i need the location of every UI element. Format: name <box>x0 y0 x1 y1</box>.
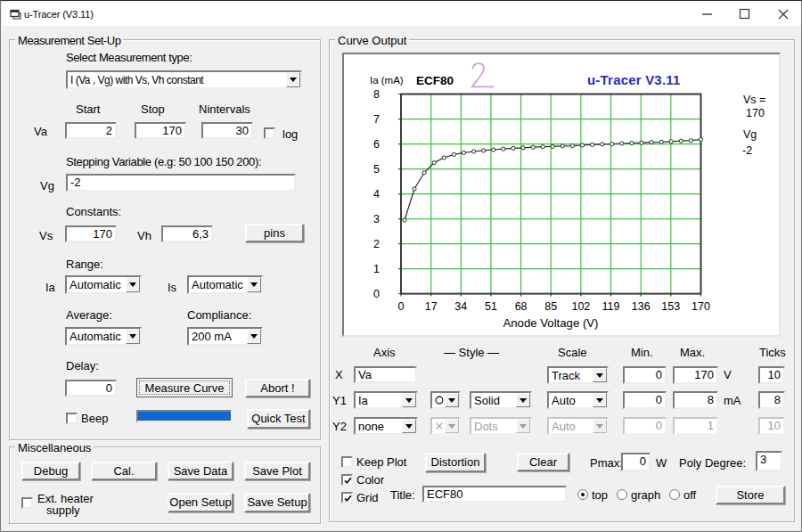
svg-text:4: 4 <box>373 188 380 201</box>
svg-text:-2: -2 <box>742 144 752 157</box>
svg-text:2: 2 <box>373 238 380 250</box>
svg-text:102: 102 <box>571 300 590 313</box>
svg-text:34: 34 <box>454 300 467 313</box>
svg-text:17: 17 <box>425 300 438 313</box>
svg-text:136: 136 <box>632 300 651 313</box>
svg-text:ECF80: ECF80 <box>416 74 454 87</box>
svg-text:Ia (mA): Ia (mA) <box>370 75 404 86</box>
svg-text:u-Tracer V3.11: u-Tracer V3.11 <box>587 72 681 87</box>
svg-text:3: 3 <box>373 213 380 225</box>
svg-text:7: 7 <box>373 113 380 126</box>
svg-text:119: 119 <box>602 300 620 313</box>
svg-text:51: 51 <box>485 300 497 313</box>
svg-text:Vg: Vg <box>743 128 757 141</box>
svg-text:0: 0 <box>398 300 405 313</box>
svg-text:5: 5 <box>373 163 380 176</box>
svg-text:Vs =: Vs = <box>743 94 765 106</box>
svg-text:8: 8 <box>373 88 380 101</box>
svg-text:153: 153 <box>661 300 680 313</box>
svg-text:6: 6 <box>373 138 380 151</box>
svg-text:0: 0 <box>373 288 380 300</box>
svg-text:68: 68 <box>515 300 528 313</box>
svg-text:170: 170 <box>746 107 765 119</box>
svg-text:1: 1 <box>373 263 380 275</box>
svg-text:85: 85 <box>544 300 557 313</box>
svg-text:Anode Voltage (V): Anode Voltage (V) <box>503 316 598 330</box>
svg-text:170: 170 <box>692 300 710 313</box>
